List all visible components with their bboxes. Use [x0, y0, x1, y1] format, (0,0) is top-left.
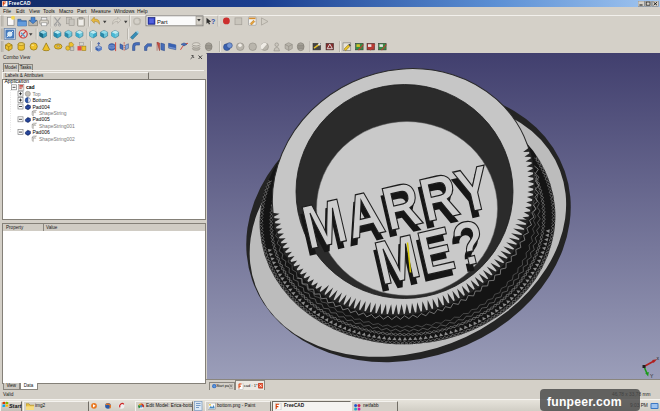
svg-text:ShapeString002: ShapeString002	[39, 136, 75, 142]
svg-text:Top: Top	[33, 91, 41, 97]
svg-text:?: ?	[211, 18, 215, 25]
svg-text:ShapeString: ShapeString	[39, 110, 67, 116]
svg-text:Pad006: Pad006	[33, 129, 50, 135]
svg-text:Application: Application	[5, 78, 30, 84]
svg-text:Bottom2: Bottom2	[33, 97, 52, 103]
svg-text:Pad004: Pad004	[33, 104, 50, 110]
svg-text:cad: cad	[26, 84, 35, 90]
svg-text:Pad005: Pad005	[33, 116, 50, 122]
svg-text:ShapeString001: ShapeString001	[39, 123, 75, 129]
svg-text:Start: Start	[9, 403, 21, 409]
